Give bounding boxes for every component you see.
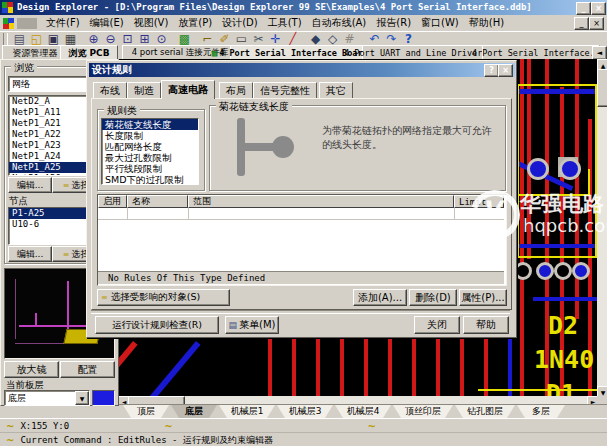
layer-tab-top-overlay[interactable]: 顶丝印层 bbox=[393, 405, 453, 418]
menu-view[interactable]: 视图(V) bbox=[129, 14, 174, 32]
menu-tools[interactable]: 工具(T) bbox=[263, 14, 307, 32]
node-edit-button[interactable]: 编辑... bbox=[8, 246, 52, 262]
scroll-corner bbox=[597, 396, 607, 404]
doc-tab-prj[interactable]: 4 Port Serial Interface.prj bbox=[482, 45, 600, 60]
layer-tab-mech4[interactable]: 机械层4 bbox=[335, 405, 391, 418]
menu-edit[interactable]: 编辑(E) bbox=[85, 14, 129, 32]
net-edit-button[interactable]: 编辑... bbox=[8, 177, 52, 193]
pcb-silk-line bbox=[478, 389, 597, 391]
layer-tab-bar: 顶层 底层 机械层1 机械层3 机械层4 顶丝印层 钻孔图层 多层 bbox=[117, 404, 607, 419]
browse-filter-value: 网络 bbox=[12, 78, 30, 91]
dialog-tab-strip: 布线 制造 高速电路 布局 信号完整性 其它 bbox=[93, 82, 510, 98]
menu-reports[interactable]: 报告(R) bbox=[371, 14, 416, 32]
layer-tab-top[interactable]: 顶层 bbox=[123, 405, 169, 418]
rule-class-item[interactable]: 匹配网络长度 bbox=[102, 141, 198, 152]
pcb-silk-line bbox=[588, 169, 590, 196]
col-header-enabled[interactable]: 启用 bbox=[98, 195, 127, 208]
col-header-name[interactable]: 名称 bbox=[127, 195, 188, 208]
layer-tab-drill[interactable]: 钻孔图层 bbox=[455, 405, 515, 418]
layer-dropdown-button[interactable]: ▼ bbox=[75, 391, 89, 405]
pcb-horizontal-scrollbar[interactable]: ◄ ► bbox=[118, 396, 597, 404]
properties-button[interactable]: 属性(P)... bbox=[459, 289, 507, 306]
cell-divider bbox=[127, 208, 128, 219]
col-header-scope[interactable]: 范围 bbox=[188, 195, 454, 208]
daisy-chain-icon bbox=[272, 136, 294, 158]
pcb-doc-icon: ▦ bbox=[212, 48, 217, 58]
affected-objects-icon: ≡ bbox=[101, 293, 108, 302]
dialog-close-action-button[interactable]: 关闭 bbox=[414, 316, 460, 334]
tab-row: 资源管理器 浏览 PCB 4 port serial 连接元件库 ▦ 4 Por… bbox=[0, 45, 607, 59]
vertical-scroll-thumb[interactable] bbox=[597, 69, 607, 107]
child-minimize-button[interactable]: _ bbox=[574, 17, 589, 30]
menu-place[interactable]: 放置(P) bbox=[173, 14, 217, 32]
window-title: Design Explorer - [D:\Program Files\Desi… bbox=[17, 2, 532, 12]
rule-class-listbox[interactable]: 菊花链支线长度 长度限制 匹配网络长度 最大过孔数限制 平行线段限制 SMD下的… bbox=[101, 118, 199, 185]
tab-high-speed[interactable]: 高速电路 bbox=[161, 80, 215, 99]
rule-class-item[interactable]: 平行线段限制 bbox=[102, 163, 198, 174]
run-drc-button[interactable]: 运行设计规则检查(R) bbox=[95, 316, 219, 334]
rule-class-item[interactable]: 长度限制 bbox=[102, 130, 198, 141]
tab-scroll-left-button[interactable]: ◄ bbox=[592, 46, 607, 60]
menu-autoroute[interactable]: 自动布线(A) bbox=[307, 14, 372, 32]
menu-button[interactable]: ▤ 菜单(M) bbox=[225, 316, 279, 334]
app-icon bbox=[2, 2, 13, 13]
tab-signal-integrity[interactable]: 信号完整性 bbox=[253, 82, 317, 98]
layer-tab-mech1[interactable]: 机械层1 bbox=[219, 405, 275, 418]
menu-file[interactable]: 文件(F) bbox=[41, 14, 85, 32]
dialog-close-button[interactable]: × bbox=[498, 64, 513, 77]
rule-class-label: 规则类 bbox=[104, 104, 140, 118]
rule-class-item-selected[interactable]: 菊花链支线长度 bbox=[102, 119, 198, 130]
cell-divider bbox=[188, 208, 189, 219]
status-coordinates: X:155 Y:0 bbox=[20, 421, 69, 431]
layer-color-swatch[interactable] bbox=[92, 390, 115, 406]
preview-axis bbox=[15, 279, 16, 339]
config-button[interactable]: 配置 bbox=[60, 361, 115, 378]
horizontal-scroll-thumb[interactable] bbox=[128, 396, 185, 404]
magnifier-button[interactable]: 放大镜 bbox=[4, 361, 59, 378]
doc-tab-sch[interactable]: 4 Port UART and Line Drivers.sch bbox=[362, 45, 490, 60]
pcb-pad bbox=[572, 262, 590, 280]
pcb-vertical-scrollbar[interactable]: ▲ ▼ bbox=[597, 59, 607, 396]
child-close-button[interactable]: × bbox=[589, 17, 604, 30]
tab-other[interactable]: 其它 bbox=[319, 82, 353, 98]
dialog-title: 设计规则 bbox=[92, 63, 132, 77]
rule-class-item[interactable]: 最大过孔数限制 bbox=[102, 152, 198, 163]
status-command: Current Command : EditRules - 运行规则及约束编辑器 bbox=[20, 434, 273, 446]
dialog-title-bar[interactable]: 设计规则 ? × bbox=[89, 63, 515, 77]
add-button[interactable]: 添加(A)... bbox=[353, 289, 407, 306]
browse-group-label: 浏览 bbox=[11, 61, 37, 75]
layer-tab-bottom[interactable]: 底层 bbox=[171, 405, 217, 418]
panel-tab-explorer[interactable]: 资源管理器 bbox=[2, 45, 68, 60]
status-squiggle-icon: ~ bbox=[164, 421, 172, 432]
design-explorer-window: Design Explorer - [D:\Program Files\Desi… bbox=[0, 0, 607, 446]
close-button[interactable]: × bbox=[591, 2, 606, 15]
pcb-pad bbox=[554, 262, 572, 280]
panel-tab-browse-pcb[interactable]: 浏览 PCB bbox=[60, 45, 118, 60]
status-squiggle-icon: ~ bbox=[368, 421, 376, 432]
pcb-pad bbox=[527, 158, 549, 180]
current-layer-combobox[interactable]: 底层 ▼ bbox=[4, 390, 90, 406]
menu-bar: 文件(F) 编辑(E) 视图(V) 放置(P) 设计(D) 工具(T) 自动布线… bbox=[0, 15, 607, 31]
rule-class-item[interactable]: SMD下的过孔限制 bbox=[102, 174, 198, 185]
dialog-help-action-button[interactable]: 帮助 bbox=[463, 316, 509, 334]
cell-divider bbox=[454, 208, 455, 219]
minimize-button[interactable]: _ bbox=[576, 2, 591, 15]
pcb-pad bbox=[559, 158, 581, 180]
pcb-label-part: 1N40 bbox=[534, 345, 594, 374]
menu-help[interactable]: 帮助(H) bbox=[464, 14, 509, 32]
col-header-limit[interactable]: Limit bbox=[454, 195, 504, 208]
dialog-help-button[interactable]: ? bbox=[484, 64, 499, 77]
rule-class-group: 规则类 菊花链支线长度 长度限制 匹配网络长度 最大过孔数限制 平行线段限制 S… bbox=[97, 109, 205, 191]
title-bar: Design Explorer - [D:\Program Files\Desi… bbox=[0, 0, 607, 15]
pcb-trace bbox=[118, 341, 138, 404]
layer-tab-multi[interactable]: 多层 bbox=[517, 405, 565, 418]
select-affected-label: 选择受影响的对象(S) bbox=[111, 291, 200, 304]
delete-button[interactable]: 删除(D) bbox=[409, 289, 457, 306]
menu-design[interactable]: 设计(D) bbox=[217, 14, 263, 32]
tab-manufacturing[interactable]: 制造 bbox=[127, 82, 161, 98]
layer-tab-mech3[interactable]: 机械层3 bbox=[277, 405, 333, 418]
tab-placement[interactable]: 布局 bbox=[219, 82, 253, 98]
menu-window[interactable]: 窗口(W) bbox=[416, 14, 464, 32]
select-affected-button[interactable]: ≡ 选择受影响的对象(S) bbox=[97, 289, 230, 306]
tab-routing[interactable]: 布线 bbox=[93, 82, 127, 98]
